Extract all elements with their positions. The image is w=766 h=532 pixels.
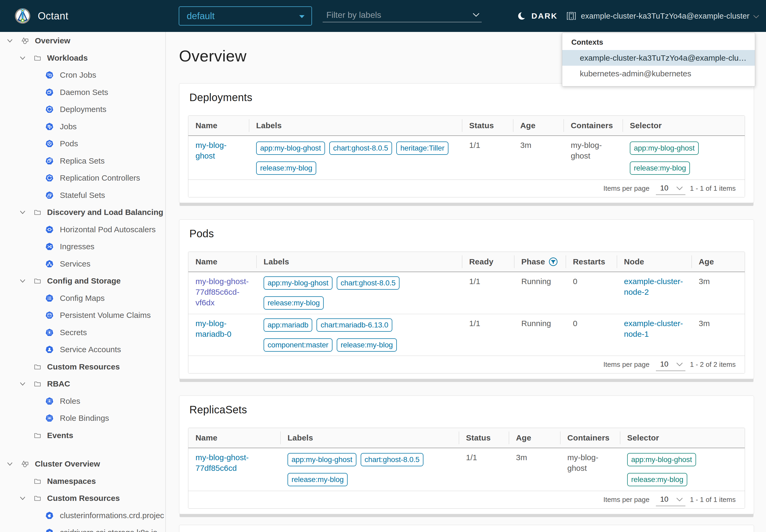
- sidebar-item-replication-controllers[interactable]: Replication Controllers: [0, 169, 165, 187]
- sidebar-nav: Overview Workloads Cron Jobs Daemon Sets…: [0, 32, 166, 532]
- column-header-age: Age: [509, 428, 560, 448]
- sidebar-item-csidrivers[interactable]: csidrivers.csi.storage.k8s.io: [0, 524, 165, 532]
- chevron-down-icon[interactable]: [19, 277, 27, 285]
- name-cell: my-blog-ghost-77df85c6cd: [188, 448, 280, 491]
- theme-toggle-label: DARK: [531, 11, 558, 20]
- page-size-value: 10: [660, 495, 668, 504]
- sidebar-item-label: Ingresses: [60, 242, 94, 251]
- sidebar-item-secrets[interactable]: Secrets: [0, 324, 165, 341]
- sidebar-item-service-accounts[interactable]: Service Accounts: [0, 341, 165, 358]
- table-header: Name Labels Ready Phase Restarts Node Ag…: [188, 252, 745, 272]
- chevron-down-icon[interactable]: [19, 494, 27, 502]
- pod-link[interactable]: my-blog-ghost-77df85c6cd-vf6dx: [195, 277, 249, 307]
- sidebar-item-ingresses[interactable]: Ingresses: [0, 238, 165, 255]
- sidebar-item-cron-jobs[interactable]: Cron Jobs: [0, 67, 165, 84]
- sidebar-item-namespaces[interactable]: Namespaces: [0, 473, 165, 490]
- sidebar-item-label: Secrets: [60, 328, 87, 337]
- pod-link[interactable]: my-blog-mariadb-0: [195, 319, 231, 338]
- node-link[interactable]: example-cluster-node-1: [624, 319, 683, 338]
- sidebar-item-cluster-custom-resources[interactable]: Custom Resources: [0, 490, 165, 507]
- column-header-age: Age: [513, 116, 564, 135]
- namespace-select[interactable]: default: [179, 6, 312, 26]
- table-header: Name Labels Status Age Containers Select…: [188, 428, 745, 448]
- replicaset-link[interactable]: my-blog-ghost-77df85c6cd: [195, 453, 249, 472]
- column-header-selector: Selector: [623, 116, 745, 135]
- theme-toggle-button[interactable]: DARK: [517, 0, 558, 32]
- label-tag: release:my-blog: [256, 161, 316, 175]
- pods-card-title: Pods: [189, 227, 745, 240]
- column-header-labels: Labels: [249, 116, 462, 135]
- containers-cell: my-blog-ghost: [564, 136, 623, 180]
- selector-tag: app:my-blog-ghost: [627, 453, 696, 466]
- applications-icon: [21, 37, 29, 45]
- context-option-example-cluster[interactable]: example-cluster-ka3TuTzYo4a@example-clus…: [562, 50, 755, 66]
- page-size-select[interactable]: 10: [656, 493, 685, 506]
- replicaset-icon: [45, 157, 53, 165]
- sidebar-item-label: Events: [47, 431, 73, 440]
- context-option-kubernetes-admin[interactable]: kubernetes-admin@kubernetes: [562, 66, 755, 81]
- sidebar-item-overview[interactable]: Overview: [0, 32, 165, 49]
- sidebar-item-discovery-and-load-balancing[interactable]: Discovery and Load Balancing: [0, 204, 165, 221]
- secret-icon: [45, 329, 53, 336]
- node-link[interactable]: example-cluster-node-2: [624, 277, 683, 296]
- sidebar-item-roles[interactable]: Roles: [0, 393, 165, 410]
- column-header-status: Status: [459, 428, 509, 448]
- sidebar-item-jobs[interactable]: Jobs: [0, 118, 165, 135]
- daemonset-icon: [45, 88, 53, 96]
- chevron-down-icon[interactable]: [473, 13, 480, 17]
- replicasets-card: ReplicaSets Name Labels Status Age Conta…: [179, 396, 754, 514]
- chevron-down-icon[interactable]: [19, 54, 27, 62]
- column-header-labels: Labels: [280, 428, 459, 448]
- column-header-node: Node: [617, 252, 692, 272]
- sidebar-item-clusterinformations[interactable]: clusterinformations.crd.projec: [0, 507, 165, 524]
- ready-cell: 1/1: [462, 272, 514, 314]
- sidebar-item-config-maps[interactable]: Config Maps: [0, 290, 165, 307]
- sidebar-item-label: Custom Resources: [47, 494, 120, 503]
- sidebar-item-replica-sets[interactable]: Replica Sets: [0, 152, 165, 170]
- deployment-link[interactable]: my-blog-ghost: [195, 141, 227, 160]
- filter-icon[interactable]: [549, 257, 558, 266]
- context-switcher-button[interactable]: example-cluster-ka3TuTzYo4a@example-clus…: [566, 0, 759, 32]
- sidebar-item-label: Daemon Sets: [60, 88, 108, 97]
- chevron-down-icon[interactable]: [19, 208, 27, 216]
- pagination-range: 1 - 1 of 1 items: [690, 184, 736, 193]
- folder-icon: [34, 55, 41, 61]
- sidebar-item-rbac[interactable]: RBAC: [0, 375, 165, 393]
- label-tag: app:mariadb: [264, 318, 312, 332]
- sidebar-item-label: Stateful Sets: [60, 191, 105, 200]
- sidebar-item-events[interactable]: Events: [0, 427, 165, 444]
- status-cell: 1/1: [462, 136, 513, 180]
- sidebar-item-workloads[interactable]: Workloads: [0, 49, 165, 67]
- column-header-selector: Selector: [620, 428, 745, 448]
- sidebar-item-horizontal-pod-autoscalers[interactable]: Horizontal Pod Autoscalers: [0, 221, 165, 238]
- replicationcontroller-icon: [45, 174, 53, 182]
- selector-tag: app:my-blog-ghost: [630, 142, 699, 155]
- sidebar-item-custom-resources[interactable]: Custom Resources: [0, 358, 165, 376]
- column-header-name: Name: [188, 252, 256, 272]
- deployments-table: Name Labels Status Age Containers Select…: [188, 115, 745, 197]
- sidebar-item-deployments[interactable]: Deployments: [0, 101, 165, 118]
- chevron-down-icon[interactable]: [6, 460, 14, 468]
- filter-by-labels-input[interactable]: Filter by labels: [323, 0, 482, 22]
- column-header-ready: Ready: [462, 252, 514, 272]
- pvc-icon: [45, 311, 53, 319]
- sidebar-item-stateful-sets[interactable]: Stateful Sets: [0, 187, 165, 204]
- name-cell: my-blog-ghost-77df85c6cd-vf6dx: [188, 272, 256, 314]
- table-header: Name Labels Status Age Containers Select…: [188, 116, 745, 136]
- sidebar-item-role-bindings[interactable]: Role Bindings: [0, 410, 165, 427]
- sidebar-item-config-and-storage[interactable]: Config and Storage: [0, 272, 165, 290]
- sidebar-item-services[interactable]: Services: [0, 255, 165, 273]
- sidebar-item-pods[interactable]: Pods: [0, 135, 165, 152]
- phase-cell: Running: [514, 314, 566, 356]
- folder-icon: [34, 209, 41, 216]
- chevron-down-icon[interactable]: [19, 380, 27, 388]
- crd-icon: [45, 529, 53, 532]
- pods-card: Pods Name Labels Ready Phase Restarts No…: [179, 219, 754, 379]
- page-size-select[interactable]: 10: [656, 358, 685, 371]
- sidebar-item-daemon-sets[interactable]: Daemon Sets: [0, 84, 165, 101]
- sidebar-item-cluster-overview[interactable]: Cluster Overview: [0, 455, 165, 473]
- chevron-down-icon[interactable]: [6, 37, 14, 45]
- tag-row: app:my-blog-ghost chart:ghost-8.0.5: [288, 453, 456, 466]
- sidebar-item-persistent-volume-claims[interactable]: Persistent Volume Claims: [0, 307, 165, 324]
- page-size-select[interactable]: 10: [656, 182, 685, 195]
